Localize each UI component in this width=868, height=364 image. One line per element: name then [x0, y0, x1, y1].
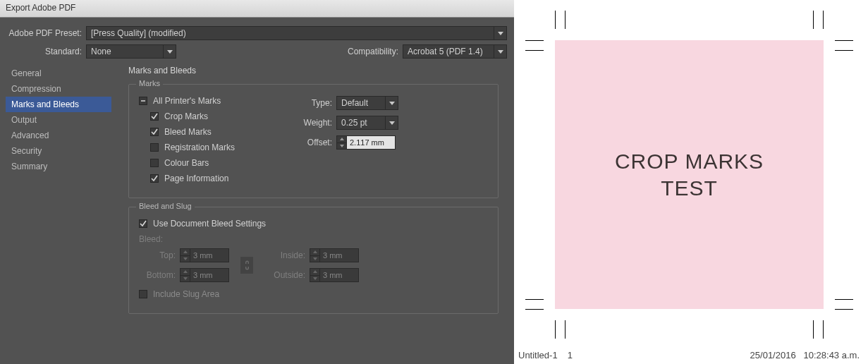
- use-document-bleed-checkbox[interactable]: Use Document Bleed Settings: [139, 219, 488, 229]
- chevron-down-icon: [494, 45, 506, 58]
- sidebar-item-label: Summary: [11, 162, 47, 171]
- export-pdf-dialog: Export Adobe PDF Adobe PDF Preset: [Pres…: [0, 0, 514, 364]
- bleed-outside-stepper: [310, 268, 359, 282]
- page-number: 1: [568, 350, 573, 360]
- offset-input[interactable]: [346, 135, 396, 150]
- sidebar-item-general[interactable]: General: [6, 66, 111, 81]
- bleed-slug-group: Bleed and Slug Use Document Bleed Settin…: [128, 207, 499, 314]
- page-information-checkbox[interactable]: Page Information: [150, 174, 287, 183]
- export-date: 25/01/2016: [750, 350, 796, 360]
- check-label: Registration Marks: [164, 142, 235, 152]
- type-select[interactable]: Default: [336, 96, 398, 110]
- bleed-legend: Bleed and Slug: [136, 202, 195, 210]
- sidebar-item-security[interactable]: Security: [6, 143, 111, 159]
- chevron-down-icon: [385, 97, 398, 109]
- chevron-down-icon: [163, 45, 176, 58]
- sidebar-item-marks-bleeds[interactable]: Marks and Bleeds: [6, 97, 111, 112]
- offset-stepper[interactable]: [336, 135, 396, 150]
- stepper-up-icon[interactable]: [337, 136, 346, 143]
- crop-mark: [555, 320, 556, 339]
- stepper-down-icon: [181, 276, 190, 282]
- sidebar-item-label: Security: [11, 146, 42, 156]
- check-label: Colour Bars: [164, 158, 209, 168]
- weight-select[interactable]: 0.25 pt: [336, 116, 398, 130]
- bleed-bottom-input: [190, 268, 229, 282]
- stepper-down-icon: [181, 256, 190, 262]
- bleed-bottom-label: Bottom:: [139, 270, 180, 280]
- bleed-top-input: [190, 248, 229, 262]
- sample-text: CROP MARKS TEST: [615, 148, 764, 201]
- compat-select[interactable]: Acrobat 5 (PDF 1.4): [403, 44, 507, 59]
- bleed-outside-input: [319, 268, 359, 282]
- sidebar: General Compression Marks and Bleeds Out…: [6, 66, 111, 329]
- dialog-body: General Compression Marks and Bleeds Out…: [0, 66, 514, 329]
- check-label: Crop Marks: [164, 111, 208, 121]
- bleed-title: Bleed:: [139, 234, 488, 244]
- compat-label: Compatibility:: [348, 47, 403, 56]
- check-label: Bleed Marks: [164, 127, 212, 137]
- stepper-up-icon: [310, 249, 319, 256]
- include-slug-checkbox[interactable]: Include Slug Area: [139, 289, 488, 299]
- type-label: Type:: [287, 98, 336, 108]
- bleed-bottom-stepper: [180, 268, 229, 282]
- page-content: CROP MARKS TEST: [555, 40, 824, 309]
- sidebar-item-label: Output: [11, 115, 37, 125]
- bleed-top-label: Top:: [139, 250, 180, 260]
- check-label: All Printer's Marks: [153, 96, 221, 106]
- sidebar-item-compression[interactable]: Compression: [6, 81, 111, 97]
- check-label: Use Document Bleed Settings: [153, 219, 266, 229]
- stepper-down-icon: [310, 276, 319, 282]
- sidebar-item-label: General: [11, 68, 42, 78]
- preset-value: [Press Quality] (modified): [91, 28, 186, 38]
- weight-value: 0.25 pt: [341, 118, 367, 128]
- titlebar: Export Adobe PDF: [0, 0, 514, 18]
- bleed-outside-label: Outside:: [264, 270, 310, 280]
- registration-marks-checkbox[interactable]: Registration Marks: [150, 142, 287, 152]
- chevron-down-icon: [385, 116, 398, 129]
- page-area: CROP MARKS TEST: [555, 40, 824, 309]
- colour-bars-checkbox[interactable]: Colour Bars: [150, 158, 287, 168]
- standard-value: None: [91, 47, 111, 56]
- bleed-inside-input: [319, 248, 359, 262]
- marks-group: Marks All Printer's Marks Crop Marks: [128, 84, 499, 198]
- crop-mark: [555, 11, 556, 29]
- sidebar-item-output[interactable]: Output: [6, 112, 111, 128]
- offset-label: Offset:: [287, 138, 336, 147]
- bleed-top-stepper: [180, 248, 229, 262]
- stepper-down-icon[interactable]: [337, 143, 346, 150]
- bleed-inside-stepper: [310, 248, 359, 262]
- preset-select[interactable]: [Press Quality] (modified): [86, 26, 507, 40]
- crop-mark: [525, 40, 544, 41]
- crop-marks-checkbox[interactable]: Crop Marks: [150, 111, 287, 121]
- svg-rect-0: [141, 100, 145, 102]
- stepper-up-icon: [181, 269, 190, 276]
- marks-legend: Marks: [136, 79, 163, 87]
- pdf-preview: CROP MARKS TEST Untitled-1 1 25/01/2016 …: [514, 0, 868, 364]
- bleed-mark: [813, 320, 814, 339]
- type-value: Default: [341, 98, 368, 108]
- crop-mark: [525, 309, 544, 310]
- panel-title: Marks and Bleeds: [128, 66, 499, 75]
- sample-line1: CROP MARKS: [615, 148, 764, 175]
- bleed-mark: [565, 320, 566, 339]
- stepper-down-icon: [310, 256, 319, 262]
- export-time: 10:28:43 a.m.: [804, 350, 860, 360]
- sidebar-item-summary[interactable]: Summary: [6, 159, 111, 174]
- marks-bleeds-panel: Marks and Bleeds Marks All Printer's Mar…: [111, 66, 508, 329]
- all-printers-marks-checkbox[interactable]: All Printer's Marks: [139, 96, 287, 106]
- weight-label: Weight:: [287, 118, 336, 128]
- bleed-mark: [525, 299, 544, 300]
- sidebar-item-advanced[interactable]: Advanced: [6, 128, 111, 143]
- crop-mark: [835, 309, 853, 310]
- sidebar-item-label: Advanced: [11, 131, 49, 140]
- bleed-inside-label: Inside:: [264, 250, 310, 260]
- top-fields: Adobe PDF Preset: [Press Quality] (modif…: [0, 18, 514, 66]
- bleed-mark: [813, 11, 814, 29]
- bleed-mark: [565, 11, 566, 29]
- doc-name: Untitled-1: [518, 350, 558, 360]
- standard-select[interactable]: None: [86, 44, 176, 59]
- bleed-marks-checkbox[interactable]: Bleed Marks: [150, 127, 287, 137]
- preset-label: Adobe PDF Preset:: [7, 28, 86, 38]
- crop-mark: [823, 11, 824, 29]
- stepper-up-icon: [310, 269, 319, 276]
